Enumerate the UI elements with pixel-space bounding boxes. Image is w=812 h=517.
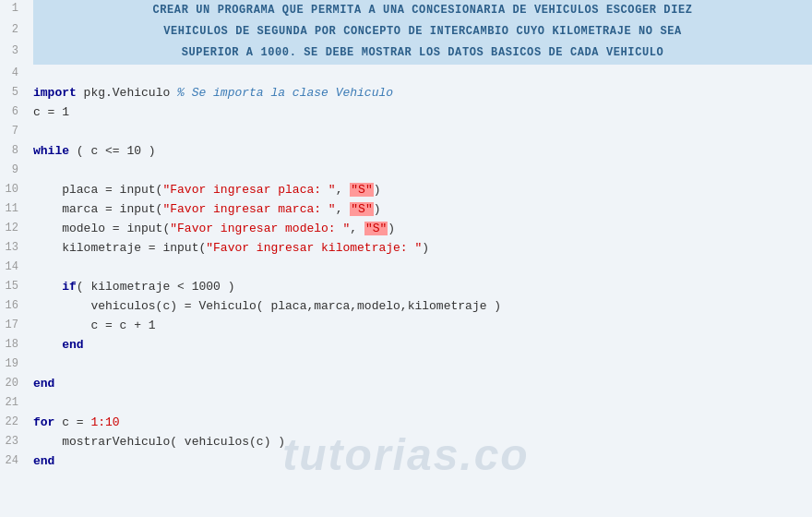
line-code: c = c + 1: [28, 317, 812, 336]
table-row: 15 if( kilometraje < 1000 ): [0, 278, 812, 297]
table-row: 12 modelo = input("Favor ingresar modelo…: [0, 220, 812, 239]
table-row: 8 while ( c <= 10 ): [0, 142, 812, 162]
table-row: 18 end: [0, 336, 812, 355]
table-row: 3 SUPERIOR A 1000. SE DEBE MOSTRAR LOS D…: [0, 42, 812, 64]
line-code: SUPERIOR A 1000. SE DEBE MOSTRAR LOS DAT…: [28, 42, 812, 64]
table-row: 19: [0, 355, 812, 375]
table-row: 2 VEHICULOS DE SEGUNDA POR CONCEPTO DE I…: [0, 21, 812, 42]
line-number: 5: [0, 84, 28, 103]
line-code: kilometraje = input("Favor ingresar kilo…: [28, 239, 812, 258]
line-code: [28, 355, 812, 375]
table-row: 13 kilometraje = input("Favor ingresar k…: [0, 239, 812, 258]
table-row: 9: [0, 162, 812, 181]
table-row: 17 c = c + 1: [0, 317, 812, 336]
line-number: 12: [0, 220, 28, 239]
line-code: placa = input("Favor ingresar placa: ", …: [28, 181, 812, 200]
line-code: VEHICULOS DE SEGUNDA POR CONCEPTO DE INT…: [28, 21, 812, 42]
line-code: import pkg.Vehiculo % Se importa la clas…: [28, 84, 812, 103]
line-code: c = 1: [28, 103, 812, 123]
line-number: 6: [0, 103, 28, 123]
line-number: 14: [0, 258, 28, 278]
line-code: [28, 162, 812, 181]
table-row: 21: [0, 394, 812, 414]
table-row: 5 import pkg.Vehiculo % Se importa la cl…: [0, 84, 812, 103]
line-number: 1: [0, 0, 28, 21]
line-number: 13: [0, 239, 28, 258]
line-code: modelo = input("Favor ingresar modelo: "…: [28, 220, 812, 239]
line-number: 24: [0, 452, 28, 472]
table-row: 4: [0, 65, 812, 84]
table-row: 10 placa = input("Favor ingresar placa: …: [0, 181, 812, 200]
line-code: mostrarVehiculo( vehiculos(c) ): [28, 433, 812, 452]
line-number: 18: [0, 336, 28, 355]
line-code: end: [28, 375, 812, 394]
line-code: [28, 65, 812, 84]
line-number: 22: [0, 414, 28, 433]
line-code: end: [28, 452, 812, 472]
line-number: 23: [0, 433, 28, 452]
table-row: 1 CREAR UN PROGRAMA QUE PERMITA A UNA CO…: [0, 0, 812, 21]
table-row: 11 marca = input("Favor ingresar marca: …: [0, 200, 812, 220]
line-code: [28, 258, 812, 278]
line-number: 9: [0, 162, 28, 181]
line-number: 16: [0, 297, 28, 317]
line-number: 20: [0, 375, 28, 394]
table-row: 16 vehiculos(c) = Vehiculo( placa,marca,…: [0, 297, 812, 317]
line-number: 7: [0, 123, 28, 142]
table-row: 6 c = 1: [0, 103, 812, 123]
line-code: marca = input("Favor ingresar marca: ", …: [28, 200, 812, 220]
line-number: 3: [0, 42, 28, 64]
table-row: 20 end: [0, 375, 812, 394]
line-number: 21: [0, 394, 28, 414]
line-number: 11: [0, 200, 28, 220]
line-code: end: [28, 336, 812, 355]
code-editor: 1 CREAR UN PROGRAMA QUE PERMITA A UNA CO…: [0, 0, 812, 517]
line-number: 17: [0, 317, 28, 336]
line-code: CREAR UN PROGRAMA QUE PERMITA A UNA CONC…: [28, 0, 812, 21]
code-table: 1 CREAR UN PROGRAMA QUE PERMITA A UNA CO…: [0, 0, 812, 472]
line-number: 19: [0, 355, 28, 375]
table-row: 7: [0, 123, 812, 142]
line-number: 4: [0, 65, 28, 84]
line-code: while ( c <= 10 ): [28, 142, 812, 162]
line-code: for c = 1:10: [28, 414, 812, 433]
line-number: 2: [0, 21, 28, 42]
line-code: [28, 123, 812, 142]
line-code: [28, 394, 812, 414]
line-number: 15: [0, 278, 28, 297]
table-row: 22 for c = 1:10: [0, 414, 812, 433]
line-number: 10: [0, 181, 28, 200]
table-row: 24 end: [0, 452, 812, 472]
line-number: 8: [0, 142, 28, 162]
table-row: 14: [0, 258, 812, 278]
table-row: 23 mostrarVehiculo( vehiculos(c) ): [0, 433, 812, 452]
line-code: if( kilometraje < 1000 ): [28, 278, 812, 297]
line-code: vehiculos(c) = Vehiculo( placa,marca,mod…: [28, 297, 812, 317]
